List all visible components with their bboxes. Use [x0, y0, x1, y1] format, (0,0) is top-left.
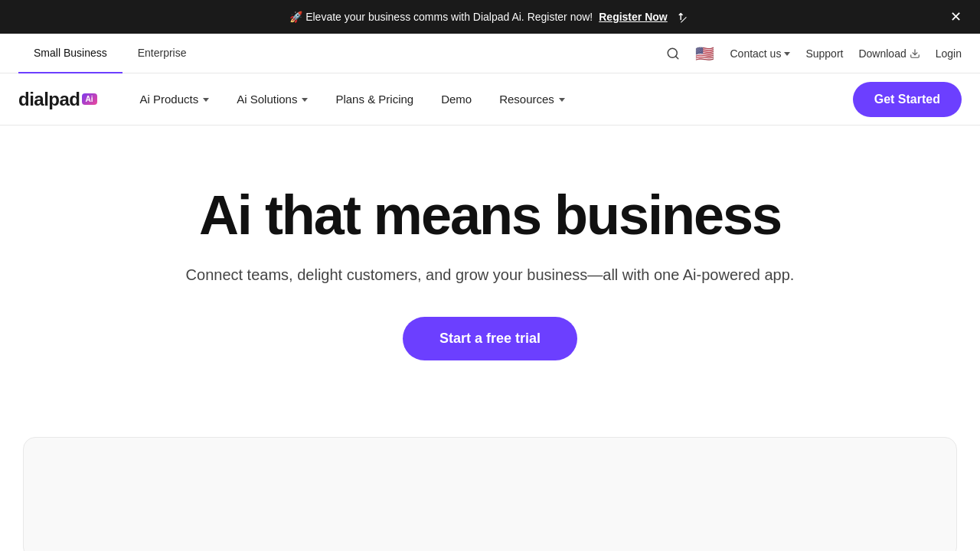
- svg-line-1: [676, 56, 678, 58]
- arrow-icon: ↗: [674, 11, 687, 24]
- plans-pricing-link[interactable]: Plans & Pricing: [323, 86, 426, 112]
- start-trial-button[interactable]: Start a free trial: [403, 317, 577, 360]
- preview-card: [23, 437, 957, 551]
- main-nav-links: Ai Products Ai Solutions Plans & Pricing…: [128, 86, 853, 112]
- resources-link[interactable]: Resources: [487, 86, 577, 112]
- announcement-banner: 🚀 Elevate your business comms with Dialp…: [0, 0, 980, 34]
- announcement-text: 🚀 Elevate your business comms with Dialp…: [289, 11, 593, 23]
- register-now-link[interactable]: Register Now ↗: [599, 11, 690, 23]
- main-navigation: dialpad Ai Ai Products Ai Solutions Plan…: [0, 73, 980, 126]
- close-banner-button[interactable]: ✕: [947, 5, 965, 28]
- small-business-tab[interactable]: Small Business: [18, 34, 122, 73]
- top-navigation: Small Business Enterprise 🇺🇸 Contact us …: [0, 34, 980, 73]
- get-started-button[interactable]: Get Started: [853, 82, 962, 117]
- logo[interactable]: dialpad Ai: [18, 89, 97, 110]
- chevron-down-icon: [784, 52, 790, 56]
- search-button[interactable]: [666, 47, 680, 60]
- hero-subtitle: Connect teams, delight customers, and gr…: [31, 263, 949, 286]
- chevron-down-icon: [302, 98, 308, 102]
- download-link[interactable]: Download: [858, 47, 920, 60]
- logo-text: dialpad: [18, 89, 80, 110]
- download-icon: [910, 48, 920, 59]
- hero-title: Ai that means business: [31, 187, 949, 245]
- chevron-down-icon: [559, 98, 565, 102]
- ai-solutions-link[interactable]: Ai Solutions: [224, 86, 320, 112]
- login-link[interactable]: Login: [936, 47, 962, 60]
- support-link[interactable]: Support: [805, 47, 843, 60]
- demo-link[interactable]: Demo: [429, 86, 484, 112]
- chevron-down-icon: [203, 98, 209, 102]
- enterprise-tab[interactable]: Enterprise: [122, 34, 202, 73]
- hero-section: Ai that means business Connect teams, de…: [0, 126, 980, 406]
- top-nav-right: 🇺🇸 Contact us Support Download Login: [666, 44, 962, 63]
- flag-icon[interactable]: 🇺🇸: [695, 44, 714, 63]
- ai-products-link[interactable]: Ai Products: [128, 86, 222, 112]
- business-tabs: Small Business Enterprise: [18, 34, 666, 73]
- contact-us-link[interactable]: Contact us: [730, 47, 790, 60]
- logo-badge: Ai: [82, 93, 97, 105]
